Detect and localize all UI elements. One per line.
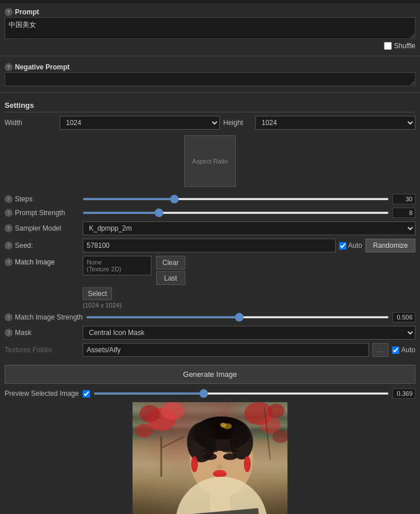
sampler-info-icon[interactable]: ?	[5, 224, 13, 232]
neg-prompt-info-icon[interactable]: ?	[5, 63, 13, 71]
prompt-strength-value: 8	[392, 208, 415, 218]
aspect-ratio-label: Aspect Ratio	[192, 158, 228, 165]
match-strength-info-icon[interactable]: ?	[5, 313, 13, 321]
seed-info-icon[interactable]: ?	[5, 242, 13, 250]
generate-button[interactable]: Generate Image	[5, 365, 415, 384]
prompt-strength-label: Prompt Strength	[15, 209, 65, 217]
negative-prompt-label: Negative Prompt	[15, 63, 69, 71]
match-image-type: None	[87, 259, 147, 266]
sampler-select[interactable]: K_dpmpp_2m K_euler K_euler_a	[83, 221, 415, 235]
auto-label: Auto	[348, 242, 363, 250]
select-button[interactable]: Select	[83, 287, 112, 300]
preview-value: 0.369	[392, 388, 415, 399]
settings-header: Settings	[5, 98, 415, 112]
steps-label: Steps	[15, 195, 33, 203]
match-image-sub: (Texture 2D)	[87, 266, 147, 272]
browse-button[interactable]: ...	[372, 343, 388, 357]
image-size-text: (1024 x 1024)	[83, 302, 415, 309]
textures-input[interactable]	[83, 343, 369, 357]
prompt-label: Prompt	[15, 8, 39, 16]
auto-checkbox[interactable]	[339, 242, 347, 250]
last-button[interactable]: Last	[156, 271, 185, 285]
negative-prompt-input[interactable]	[5, 72, 415, 86]
clear-button[interactable]: Clear	[156, 256, 185, 270]
preview-label: Preview Selected Image	[5, 390, 79, 398]
width-label: Width	[5, 119, 56, 127]
mask-label: Mask	[15, 329, 32, 337]
match-strength-label: Match Image Strength	[15, 313, 83, 321]
match-image-label: Match Image	[15, 258, 55, 266]
match-image-type-display: None (Texture 2D)	[83, 256, 151, 275]
height-select[interactable]: 1024 512 768 1280	[255, 116, 415, 130]
preview-checkbox[interactable]	[83, 390, 90, 398]
randomize-button[interactable]: Randomize	[365, 239, 415, 252]
auto2-checkbox[interactable]	[392, 346, 399, 354]
mask-info-icon[interactable]: ?	[5, 329, 13, 337]
prompt-strength-slider[interactable]	[83, 212, 389, 214]
width-select[interactable]: 1024 512 768 1280	[60, 116, 220, 130]
match-image-info-icon[interactable]: ?	[5, 258, 13, 266]
textures-label: Textures Folder	[5, 346, 79, 354]
seed-label: Seed:	[15, 242, 33, 250]
prompt-input[interactable]	[5, 17, 415, 39]
steps-slider[interactable]	[83, 198, 389, 200]
auto2-label: Auto	[401, 346, 415, 354]
preview-slider[interactable]	[94, 392, 389, 395]
steps-info-icon[interactable]: ?	[5, 195, 13, 203]
shuffle-checkbox[interactable]	[384, 42, 392, 50]
preview-image: CSDN @花生糖@	[133, 402, 287, 514]
seed-input[interactable]	[83, 239, 336, 252]
match-strength-value: 0.506	[392, 312, 415, 322]
sampler-label: Sampler Model	[15, 224, 61, 232]
steps-value: 30	[392, 194, 415, 204]
match-strength-slider[interactable]	[86, 316, 389, 318]
prompt-info-icon[interactable]: ?	[5, 8, 13, 16]
mask-select[interactable]: Central Icon Mask None Custom	[83, 326, 415, 340]
shuffle-label: Shuffle	[394, 42, 415, 50]
aspect-ratio-box: Aspect Ratio	[184, 135, 236, 187]
prompt-strength-info-icon[interactable]: ?	[5, 209, 13, 217]
height-label: Height	[223, 119, 252, 127]
